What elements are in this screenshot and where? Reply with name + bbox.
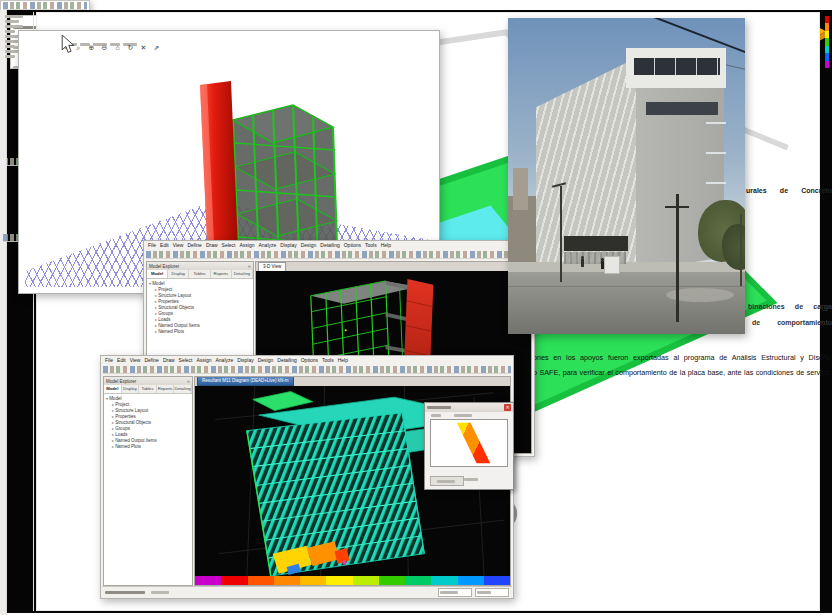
explorer-tab[interactable]: Detailing xyxy=(174,385,192,393)
zoom-in-icon[interactable]: ⊕ xyxy=(87,43,96,52)
explorer-tab[interactable]: Display xyxy=(168,270,189,278)
legend-color-swatch xyxy=(825,46,829,53)
menu-item[interactable]: Design xyxy=(301,242,317,249)
photo-pedestrian xyxy=(600,258,604,270)
menu-item[interactable]: Display xyxy=(237,357,253,364)
photo-pedestrian xyxy=(580,256,584,268)
photo-balcony-rail xyxy=(706,152,726,154)
menu-item[interactable]: Analyze xyxy=(258,242,276,249)
menu-item[interactable]: Help xyxy=(338,357,348,364)
explorer-tabs: ModelDisplayTablesReportsDetailing xyxy=(104,385,192,394)
photo-window-band xyxy=(634,58,720,75)
close-icon[interactable]: ✕ xyxy=(504,404,511,411)
menu-item[interactable]: Detailing xyxy=(277,357,296,364)
tree-text-stub xyxy=(5,55,15,58)
dialog-title-stub xyxy=(427,406,451,409)
menu-item[interactable]: Select xyxy=(222,242,236,249)
status-text-stub xyxy=(477,591,491,594)
menu-item[interactable]: Tools xyxy=(365,242,377,249)
menu-item[interactable]: Draw xyxy=(206,242,218,249)
legend-color-swatch xyxy=(221,576,247,585)
legend-color-swatch xyxy=(825,61,829,68)
menu-item[interactable]: Detailing xyxy=(320,242,339,249)
units-dropdown[interactable] xyxy=(438,588,472,597)
menu-item[interactable]: Define xyxy=(144,357,158,364)
model-tree[interactable]: Model ProjectStructure LayoutPropertiesS… xyxy=(147,279,253,337)
photo-utility-pole xyxy=(740,214,742,286)
close-tool-icon[interactable]: ✕ xyxy=(139,43,148,52)
measure-icon[interactable]: ⇗ xyxy=(152,43,161,52)
menu-item[interactable]: Assign xyxy=(239,242,254,249)
menu-item[interactable]: View xyxy=(173,242,184,249)
menu-item[interactable]: Analyze xyxy=(215,357,233,364)
menubar: FileEditViewDefineDrawSelectAssignAnalyz… xyxy=(101,356,513,365)
menu-item[interactable]: Design xyxy=(258,357,274,364)
toolbar[interactable] xyxy=(3,2,87,10)
explorer-tab[interactable]: Tables xyxy=(189,270,210,278)
deflection-color-legend xyxy=(825,16,829,68)
legend-color-swatch xyxy=(484,576,510,585)
menu-item[interactable]: Tools xyxy=(322,357,334,364)
explorer-tab[interactable]: Model xyxy=(104,385,122,393)
photo-neighbor-building xyxy=(513,168,528,210)
orbit-icon[interactable]: ↻ xyxy=(126,43,135,52)
tree-text-stub xyxy=(5,45,15,48)
coord-dropdown[interactable] xyxy=(475,588,509,597)
close-icon[interactable]: ✕ xyxy=(248,264,251,269)
explorer-tab[interactable]: Model xyxy=(147,270,168,278)
text-fragment-concreto: urales de Concreto xyxy=(746,187,832,194)
explorer-tab[interactable]: Tables xyxy=(139,385,157,393)
zoom-out-icon[interactable]: ⊖ xyxy=(100,43,109,52)
menu-item[interactable]: Help xyxy=(381,242,391,249)
status-text-stub xyxy=(151,591,169,594)
toolbar[interactable] xyxy=(103,366,511,374)
legend-color-swatch xyxy=(825,38,829,45)
button-label-stub xyxy=(437,480,455,483)
menu-item[interactable]: Display xyxy=(280,242,296,249)
menu-item[interactable]: View xyxy=(130,357,141,364)
model-explorer-title: Model Explorer xyxy=(106,379,136,384)
tree-text-stub xyxy=(5,25,23,28)
menu-item[interactable]: Options xyxy=(344,242,361,249)
tree-item[interactable]: Named Plots xyxy=(106,444,190,450)
explorer-tab[interactable]: Reports xyxy=(157,385,175,393)
tree-text-stub xyxy=(5,50,19,53)
home-view-icon[interactable]: ⌂ xyxy=(113,43,122,52)
menu-item[interactable]: Define xyxy=(187,242,201,249)
dialog-text-stub xyxy=(431,414,441,417)
menu-item[interactable]: Select xyxy=(179,357,193,364)
menu-item[interactable]: Edit xyxy=(117,357,126,364)
model-explorer-header: Model Explorer ✕ xyxy=(104,377,192,385)
model-tree[interactable]: Model ProjectStructure LayoutPropertiesS… xyxy=(104,394,192,452)
status-text-stub xyxy=(105,591,145,594)
tree-item[interactable]: Named Plots xyxy=(149,329,251,335)
menu-item[interactable]: File xyxy=(105,357,113,364)
photo-utility-pole xyxy=(676,194,679,322)
menu-item[interactable]: Edit xyxy=(160,242,169,249)
menu-item[interactable]: Options xyxy=(301,357,318,364)
toolbar[interactable] xyxy=(146,251,532,259)
explorer-tab[interactable]: Detailing xyxy=(232,270,253,278)
dialog-button[interactable] xyxy=(430,476,464,486)
legend-color-swatch xyxy=(326,576,352,585)
menubar: FileEditViewDefineDrawSelectAssignAnalyz… xyxy=(144,241,534,250)
legend-color-swatch xyxy=(825,31,829,38)
close-icon[interactable]: ✕ xyxy=(187,379,190,384)
view-tab[interactable]: 3-D View xyxy=(258,262,286,271)
model-explorer-title: Model Explorer xyxy=(149,264,179,269)
menu-item[interactable]: Draw xyxy=(163,357,175,364)
status-text-stub xyxy=(440,591,458,594)
menu-item[interactable]: File xyxy=(148,242,156,249)
paragraph-line-1: ones en los apoyos fueron exportadas al … xyxy=(533,353,831,362)
photo-lamp-post xyxy=(560,186,562,282)
explorer-tab[interactable]: Reports xyxy=(211,270,232,278)
dialog-titlebar[interactable]: ✕ xyxy=(425,403,513,412)
view-tab[interactable]: Resultant M11 Diagram (DEAD+Live) kN-m xyxy=(197,376,294,386)
text-fragment-carga: binaciones de carga xyxy=(748,303,832,310)
explorer-tab[interactable]: Display xyxy=(122,385,140,393)
modeler-toolbar: ✎⌕⊕⊖⌂↻✕⇗ xyxy=(61,43,161,52)
legend-color-swatch xyxy=(195,576,221,585)
dialog-text-stub xyxy=(454,414,472,417)
menu-item[interactable]: Assign xyxy=(196,357,211,364)
model-explorer-panel: Model Explorer ✕ ModelDisplayTablesRepor… xyxy=(103,376,193,586)
